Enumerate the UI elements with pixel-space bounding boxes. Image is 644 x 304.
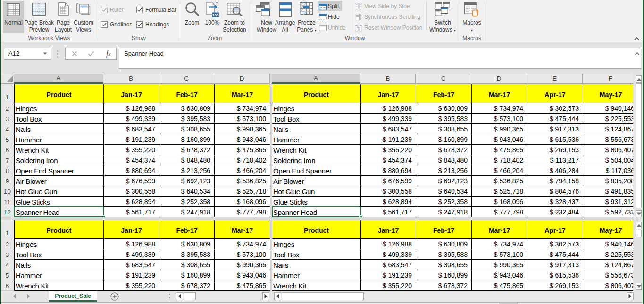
svg-text:100: 100 — [212, 13, 219, 17]
